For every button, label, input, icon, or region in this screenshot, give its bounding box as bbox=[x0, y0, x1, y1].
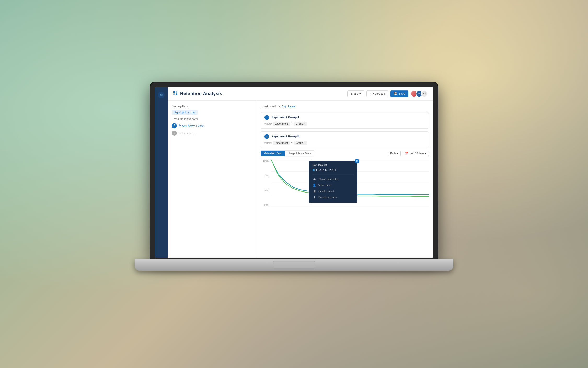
chart-plot: ✕ Sat, May 19 Group A: 2,311 bbox=[271, 160, 429, 207]
avatar-group: KA +2 bbox=[411, 90, 428, 97]
chart-toolbar: Retention View Usage Interval View Daily… bbox=[261, 150, 429, 156]
tooltip-group-a: Group A: 2,311 bbox=[313, 168, 354, 172]
tooltip-close-button[interactable]: ✕ bbox=[355, 159, 359, 163]
tooltip-date: Sat, May 19 bbox=[313, 163, 354, 166]
header-actions: Share ▾ + Notebook 💾 Save bbox=[347, 90, 428, 97]
show-user-paths-label: Show User Paths bbox=[318, 178, 338, 181]
users-link[interactable]: Users bbox=[288, 105, 296, 108]
user-icon: 👤 bbox=[313, 184, 316, 187]
notebook-button[interactable]: + Notebook bbox=[366, 90, 388, 97]
daily-label: Daily bbox=[390, 152, 396, 155]
svg-rect-4 bbox=[173, 93, 175, 95]
performed-by-label: ...performed by bbox=[261, 105, 280, 108]
where-label-b: where bbox=[264, 141, 272, 144]
calendar-icon: 📅 bbox=[405, 152, 408, 155]
event-row-a: A ↻ Any Active Event bbox=[172, 123, 252, 128]
where-label-a: where bbox=[264, 122, 272, 125]
experiment-block-b: 2 Experiment Group B where Experiment = … bbox=[261, 131, 429, 148]
y-25: 25% bbox=[264, 204, 269, 207]
experiment-name-a: Experiment Group A bbox=[272, 116, 299, 119]
starting-event-chip[interactable]: Sign Up For Trial bbox=[172, 110, 198, 115]
save-label: Save bbox=[399, 92, 405, 95]
y-100: 100% bbox=[263, 160, 269, 162]
save-button[interactable]: 💾 Save bbox=[390, 90, 408, 97]
right-panel: ...performed by Any Users 1 Experiment G… bbox=[256, 101, 433, 258]
svg-text:ci: ci bbox=[160, 93, 163, 97]
app-logo-icon bbox=[173, 90, 178, 97]
y-axis: 100% 75% 50% 25% bbox=[261, 160, 270, 207]
tooltip-menu-create-cohort[interactable]: ⊞ Create cohort bbox=[313, 188, 354, 194]
sidebar: ci bbox=[155, 87, 168, 258]
y-75: 75% bbox=[264, 174, 269, 177]
tooltip-group-a-label: Group A: bbox=[316, 168, 327, 172]
chevron-down-icon: ▾ bbox=[397, 152, 398, 155]
left-panel: Starting Event Sign Up For Trial ...then… bbox=[168, 101, 256, 258]
sidebar-logo-icon: ci bbox=[158, 91, 165, 99]
download-users-label: Download users bbox=[318, 196, 337, 199]
date-range-select[interactable]: 📅 Last 30 days ▾ bbox=[403, 151, 429, 156]
page-title: Retention Analysis bbox=[180, 91, 222, 97]
event-letter-b: B bbox=[172, 131, 177, 136]
tooltip-menu-show-paths[interactable]: 👁 Show User Paths bbox=[313, 177, 354, 182]
main-content: Retention Analysis Share ▾ + Notebook bbox=[168, 87, 433, 258]
filter-value-b[interactable]: Group B bbox=[294, 141, 307, 145]
tooltip-menu-view-users[interactable]: 👤 View Users bbox=[313, 182, 354, 188]
experiment-name-b: Experiment Group B bbox=[272, 135, 299, 138]
date-range-label: Last 30 days bbox=[409, 152, 424, 155]
laptop-base bbox=[135, 259, 453, 271]
tooltip-group-a-value: 2,311 bbox=[329, 168, 336, 172]
experiment-num-a: 1 bbox=[264, 115, 269, 120]
laptop: ci bbox=[150, 82, 438, 271]
filter-key-a[interactable]: Experiment bbox=[273, 122, 290, 126]
screen-bezel: ci bbox=[150, 82, 438, 260]
save-icon: 💾 bbox=[394, 92, 397, 95]
refresh-icon: ↻ bbox=[178, 124, 181, 127]
starting-event-label: Starting Event bbox=[172, 105, 252, 108]
chart-container: 100% 75% 50% 25% bbox=[261, 160, 429, 207]
chart-area: Retention View Usage Interval View Daily… bbox=[261, 150, 429, 253]
app-container: ci bbox=[155, 87, 433, 258]
tab-usage-interval-view[interactable]: Usage Interval View bbox=[285, 151, 314, 156]
chevron-down-icon-2: ▾ bbox=[425, 152, 426, 155]
share-button[interactable]: Share ▾ bbox=[347, 90, 364, 97]
screen-inner: ci bbox=[155, 87, 433, 258]
experiment-num-b: 2 bbox=[264, 134, 269, 139]
any-link[interactable]: Any bbox=[281, 105, 286, 108]
tab-retention-view[interactable]: Retention View bbox=[261, 151, 285, 156]
create-cohort-label: Create cohort bbox=[318, 190, 334, 193]
avatar-extra-count: +2 bbox=[421, 90, 428, 97]
daily-select[interactable]: Daily ▾ bbox=[388, 151, 401, 156]
equals-a: = bbox=[291, 122, 293, 125]
equals-b: = bbox=[291, 141, 293, 144]
view-tabs: Retention View Usage Interval View bbox=[261, 150, 314, 156]
where-row-b: where Experiment = Group B bbox=[264, 141, 425, 145]
notebook-label: Notebook bbox=[373, 92, 385, 95]
filter-value-a[interactable]: Group A bbox=[294, 122, 307, 126]
experiment-block-a: 1 Experiment Group A where Experiment = … bbox=[261, 112, 429, 129]
trackpad bbox=[273, 261, 315, 268]
event-letter-a: A bbox=[172, 123, 177, 128]
eye-icon: 👁 bbox=[313, 178, 316, 181]
y-50: 50% bbox=[264, 189, 269, 192]
filter-key-b[interactable]: Experiment bbox=[273, 141, 290, 145]
tooltip-menu-download-users[interactable]: ⬇ Download users bbox=[313, 194, 354, 200]
select-event-placeholder[interactable]: Select event... bbox=[178, 132, 197, 135]
svg-rect-2 bbox=[173, 91, 175, 93]
return-event-label: ...then the return event bbox=[172, 118, 252, 121]
share-label: Share bbox=[351, 92, 358, 95]
body-area: Starting Event Sign Up For Trial ...then… bbox=[168, 101, 433, 258]
chart-controls: Daily ▾ 📅 Last 30 days ▾ bbox=[388, 151, 429, 156]
active-event-display[interactable]: ↻ Any Active Event bbox=[178, 124, 204, 127]
chevron-down-icon: ▾ bbox=[359, 92, 361, 95]
event-row-b: B Select event... bbox=[172, 131, 252, 136]
view-users-label: View Users bbox=[318, 184, 331, 187]
plus-icon: + bbox=[370, 92, 371, 95]
group-a-dot bbox=[313, 169, 315, 171]
header-title-area: Retention Analysis bbox=[173, 90, 222, 97]
download-icon: ⬇ bbox=[313, 196, 316, 199]
svg-rect-5 bbox=[176, 93, 177, 95]
cohort-icon: ⊞ bbox=[313, 190, 316, 193]
active-event-label: Any Active Event bbox=[182, 124, 204, 127]
header: Retention Analysis Share ▾ + Notebook bbox=[168, 87, 433, 101]
tooltip-popup: ✕ Sat, May 19 Group A: 2,311 bbox=[309, 161, 357, 203]
